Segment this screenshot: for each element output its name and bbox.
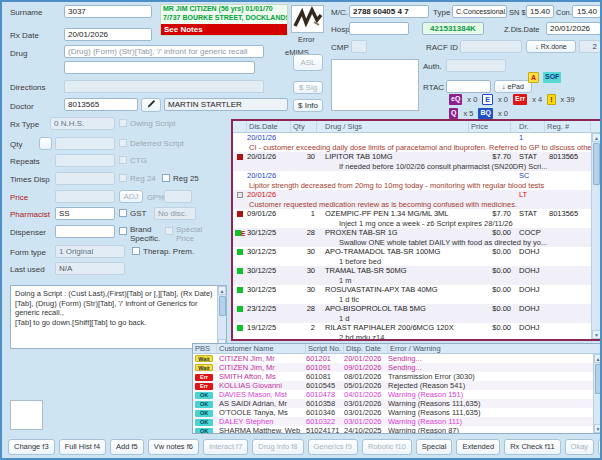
patient-info-box[interactable]: MR JIM CITIZEN (56 yrs) 01/01/70 7/737 B… bbox=[160, 4, 288, 36]
scroll-up-icon[interactable]: ▲ bbox=[594, 354, 602, 363]
medicare-number-field[interactable]: 2788 60405 4 7 bbox=[349, 5, 429, 18]
erx-status-box[interactable] bbox=[291, 5, 324, 33]
therap-prem-checkbox[interactable] bbox=[132, 247, 140, 255]
qty-input[interactable] bbox=[55, 137, 115, 150]
cell-disp-date: 03/01/2026 bbox=[344, 408, 388, 417]
brand-specific-checkbox[interactable] bbox=[119, 227, 127, 235]
history-note-row[interactable]: 20/01/261CI - customer exceeding daily d… bbox=[233, 133, 591, 152]
cell-script-no: 6010346 bbox=[306, 408, 344, 417]
history-script-row[interactable]: 30/12/2530TRAMAL TAB-SR 50MG$0.00DOHJ1 m bbox=[233, 266, 591, 285]
reg24-checkbox[interactable] bbox=[119, 174, 127, 182]
discount-select[interactable]: No disc. bbox=[154, 207, 196, 220]
owing-script-checkbox[interactable] bbox=[119, 119, 127, 127]
claim-row[interactable]: OKAS SAIDI Adrian, Mr601035803/01/2026Wa… bbox=[193, 399, 593, 408]
cancel-button[interactable]: Cancel bbox=[598, 439, 602, 455]
doctor-code-input[interactable]: 8013565 bbox=[64, 98, 138, 111]
history-script-row[interactable]: E30/12/2528PROXEN TAB-SR 1G$0.00COCPSwal… bbox=[233, 228, 591, 247]
claim-notes-box[interactable] bbox=[331, 59, 419, 111]
rx-type-select[interactable]: 0 N.H.S. bbox=[50, 117, 115, 130]
interact-f7-button[interactable]: Interact f7 bbox=[203, 439, 248, 455]
claim-row[interactable]: WaitCITIZEN Jim, Mr60120120/01/2026Sendi… bbox=[193, 354, 593, 363]
special-button[interactable]: Special bbox=[416, 439, 453, 455]
drug-secondary-input[interactable] bbox=[64, 61, 255, 74]
concession-type-select[interactable]: C.Concessional. bbox=[452, 5, 507, 18]
gst-checkbox[interactable] bbox=[119, 209, 127, 217]
therap-prem-label: Therap. Prem. bbox=[143, 247, 194, 256]
rtac-input[interactable] bbox=[446, 80, 491, 93]
doctor-edit-button[interactable] bbox=[141, 98, 161, 112]
full-hist-f4-button[interactable]: Full Hist f4 bbox=[59, 439, 106, 455]
price-input[interactable] bbox=[55, 190, 115, 203]
special-price-checkbox[interactable] bbox=[165, 227, 173, 235]
hosp-input[interactable] bbox=[349, 22, 409, 35]
change-f3-button[interactable]: Change f3 bbox=[8, 439, 55, 455]
scrollbar-thumb[interactable] bbox=[219, 296, 226, 316]
history-script-row[interactable]: 19/12/252RILAST RAPIHALER 200/6MCG 120X$… bbox=[233, 323, 591, 341]
vw-notes-f6-button[interactable]: Vw notes f6 bbox=[148, 439, 199, 455]
col-disp-date: Disp. Date bbox=[344, 344, 388, 353]
con-amount-field[interactable]: 15.40 bbox=[572, 5, 601, 18]
times-disp-input[interactable] bbox=[55, 172, 115, 185]
cell-price: $0.00 bbox=[469, 285, 511, 295]
scrollbar-thumb[interactable] bbox=[593, 143, 600, 185]
dispenser-input[interactable] bbox=[55, 225, 115, 238]
drug-input[interactable]: (Drug) (Form) (Str)[Tab], '/' infront fo… bbox=[64, 45, 264, 58]
scroll-down-icon[interactable]: ▼ bbox=[592, 330, 601, 339]
sn-amount-field[interactable]: 15.40 bbox=[526, 5, 554, 18]
drug-info-f8-button[interactable]: Drug Info f8 bbox=[252, 439, 303, 455]
asl-button[interactable]: ASL bbox=[293, 54, 323, 71]
auth-input[interactable] bbox=[446, 59, 506, 72]
help-scrollbar[interactable]: ▲ ▼ bbox=[217, 286, 226, 348]
qty-lookup-button[interactable] bbox=[39, 137, 52, 150]
gp-percent-input[interactable] bbox=[164, 190, 192, 203]
history-script-row[interactable]: 23/12/2528APO-BISOPROLOL TAB 5MG$0.00DOH… bbox=[233, 304, 591, 323]
see-notes-banner[interactable]: See Notes bbox=[161, 24, 287, 35]
history-script-row[interactable]: 30/12/2530APO-TRAMADOL TAB-SR 100MG$0.00… bbox=[233, 247, 591, 266]
scrollbar-thumb[interactable] bbox=[595, 364, 602, 394]
concession-number-field[interactable]: 421531384K bbox=[422, 22, 484, 35]
robotic-f10-button[interactable]: Robotic f10 bbox=[362, 439, 412, 455]
claim-row[interactable]: ErrKOLLIAS Giovanni601054505/01/2026Reje… bbox=[193, 381, 593, 390]
repeats-input[interactable] bbox=[55, 154, 115, 167]
history-note-row[interactable]: 20/01/26LTCustomer requested medication … bbox=[233, 190, 591, 209]
history-script-row[interactable]: 20/01/2630LIPITOR TAB 10MG$7.70STAT80135… bbox=[233, 152, 591, 171]
queue-counters-row-2: Qx 5BQx 0 bbox=[449, 108, 508, 119]
rx-done-button[interactable]: ↓ Rx.done bbox=[526, 40, 576, 53]
ctg-checkbox[interactable] bbox=[119, 156, 127, 164]
okay-button[interactable]: Okay bbox=[565, 439, 595, 455]
zdis-date-input[interactable]: 20/01/2026 bbox=[546, 22, 601, 35]
directions-input[interactable] bbox=[64, 80, 264, 93]
deferred-script-checkbox[interactable] bbox=[119, 139, 127, 147]
racf-input[interactable] bbox=[460, 40, 522, 53]
adj-button[interactable]: ADJ bbox=[119, 190, 143, 203]
rx-check-f11-button[interactable]: Rx Check f11 bbox=[504, 439, 560, 455]
pbs-scrollbar[interactable]: ▲ ▼ bbox=[593, 354, 602, 433]
claim-row[interactable]: OKDALEY Stephen601032203/01/2026Warning … bbox=[193, 417, 593, 426]
scroll-down-icon[interactable]: ▼ bbox=[594, 424, 602, 433]
history-scrollbar[interactable]: ▲ ▼ bbox=[591, 133, 601, 339]
claim-row[interactable]: ErrSMITH Afton, Ms60108108/01/2026Transm… bbox=[193, 372, 593, 381]
scroll-up-icon[interactable]: ▲ bbox=[592, 133, 601, 142]
reg25-checkbox[interactable] bbox=[162, 174, 170, 182]
epad-button[interactable]: ↓ ePad bbox=[494, 80, 532, 93]
row-status-indicator bbox=[233, 304, 247, 314]
history-note-row[interactable]: 20/01/26SCLipitor strength decreased fro… bbox=[233, 171, 591, 190]
claim-row[interactable]: OKSHARMA Matthew, Web5102417124/10/2025W… bbox=[193, 426, 593, 434]
form-type-select[interactable]: 1 Original bbox=[55, 245, 125, 258]
history-script-row[interactable]: 30/12/2530ROSUVASTATIN-APX TAB 40MG$0.00… bbox=[233, 285, 591, 304]
add-f5-button[interactable]: Add f5 bbox=[110, 439, 144, 455]
generics-f9-button[interactable]: Generics f9 bbox=[308, 439, 358, 455]
claim-row[interactable]: OKDAVIES Mason, Mst601047804/01/2026Warn… bbox=[193, 390, 593, 399]
rx-date-input[interactable]: 20/01/2026 bbox=[64, 28, 152, 41]
scroll-up-icon[interactable]: ▲ bbox=[218, 286, 226, 295]
claim-row[interactable]: OKO'TOOLE Tanya, Ms601034603/01/2026Warn… bbox=[193, 408, 593, 417]
info-button[interactable]: $ Info bbox=[293, 99, 323, 112]
cmp-input[interactable] bbox=[351, 40, 367, 53]
sig-button[interactable]: $ Sig bbox=[293, 81, 323, 94]
history-script-row[interactable]: 09/01/261OZEMPIC-PF PEN 1.34 MG/ML 3ML$7… bbox=[233, 209, 591, 228]
surname-input[interactable]: 3037 bbox=[64, 5, 152, 18]
extended-button[interactable]: Extended bbox=[456, 439, 500, 455]
cell-error-warning: Warning (Reasons 111,635) bbox=[388, 399, 593, 408]
claim-row[interactable]: WaitCITIZEN Jim, Mr60109109/01/2026Sendi… bbox=[193, 363, 593, 372]
pharmacist-input[interactable]: SS bbox=[55, 207, 115, 220]
